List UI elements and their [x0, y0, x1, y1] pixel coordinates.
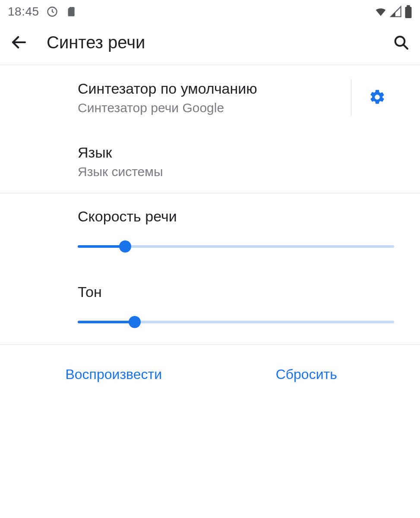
slider-fill: [78, 245, 125, 248]
slider-block-rate: Скорость речи: [0, 193, 420, 269]
setting-subtitle: Язык системы: [78, 164, 403, 179]
slider-thumb[interactable]: [119, 240, 131, 253]
svg-rect-2: [407, 5, 410, 7]
clock-outline-icon: [46, 6, 58, 18]
status-bar-right: [374, 5, 412, 18]
slider-fill: [78, 321, 135, 323]
wifi-icon: [374, 5, 387, 18]
setting-title: Синтезатор по умолчанию: [78, 79, 351, 98]
svg-rect-1: [405, 7, 412, 18]
status-time: 18:45: [8, 5, 39, 19]
gear-icon: [369, 88, 386, 106]
slider-thumb[interactable]: [129, 316, 141, 328]
slider-label: Скорость речи: [78, 208, 394, 225]
status-bar-left: 18:45: [8, 5, 76, 19]
slider-label: Тон: [78, 284, 394, 300]
status-bar: 18:45: [0, 0, 420, 22]
svg-line-5: [403, 44, 407, 49]
settings-list: Синтезатор по умолчанию Синтезатор речи …: [0, 65, 420, 387]
app-bar: Синтез речи: [0, 22, 420, 65]
setting-title: Язык: [78, 143, 403, 162]
cell-signal-icon: [390, 6, 402, 18]
play-button[interactable]: Воспроизвести: [17, 362, 210, 387]
sd-card-icon: [65, 6, 76, 17]
pitch-slider[interactable]: [78, 316, 394, 328]
slider-block-pitch: Тон: [0, 269, 420, 344]
search-button[interactable]: [391, 32, 411, 53]
setting-row-main: Язык Язык системы: [78, 143, 403, 179]
reset-button[interactable]: Сбросить: [210, 362, 403, 387]
setting-row-language[interactable]: Язык Язык системы: [0, 129, 420, 193]
engine-settings-button[interactable]: [351, 79, 403, 115]
arrow-left-icon: [10, 33, 28, 51]
setting-row-engine[interactable]: Синтезатор по умолчанию Синтезатор речи …: [0, 65, 420, 129]
page-title: Синтез речи: [47, 33, 373, 52]
battery-icon: [404, 5, 412, 18]
speech-rate-slider[interactable]: [78, 240, 394, 253]
search-icon: [392, 34, 410, 51]
setting-subtitle: Синтезатор речи Google: [78, 101, 351, 115]
setting-row-main: Синтезатор по умолчанию Синтезатор речи …: [78, 79, 351, 115]
action-row: Воспроизвести Сбросить: [0, 344, 420, 387]
back-button[interactable]: [9, 32, 29, 53]
